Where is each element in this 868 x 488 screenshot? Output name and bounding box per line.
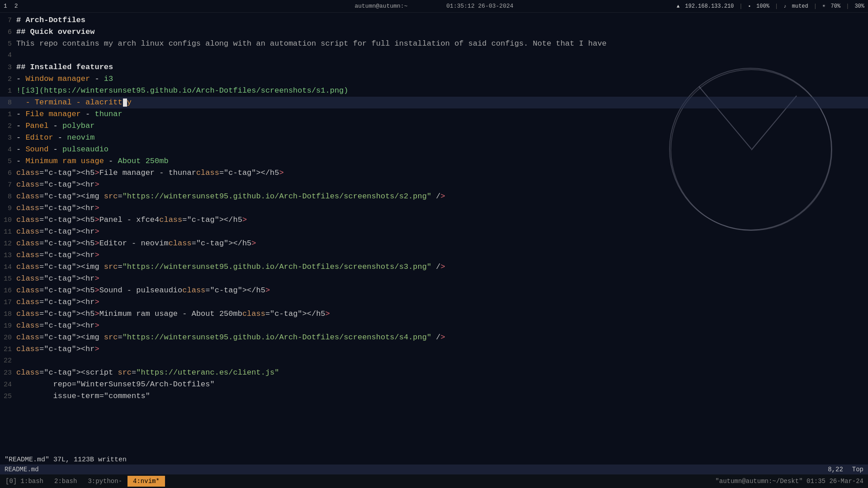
line-content: class="c-tag"><img src="https://wintersu… bbox=[16, 261, 445, 273]
editor-line: 7class="c-tag"><hr> bbox=[0, 179, 868, 191]
topbar-workspaces: 1 2 bbox=[4, 3, 18, 9]
statusbar-filename: README.md bbox=[5, 466, 39, 473]
line-content: class="c-tag"><img src="https://wintersu… bbox=[16, 191, 445, 202]
editor-line: 9class="c-tag"><hr> bbox=[0, 202, 868, 214]
line-number: 13 bbox=[0, 250, 16, 262]
vol-icon bbox=[783, 3, 787, 9]
workspace-1[interactable]: 1 bbox=[4, 3, 7, 9]
line-content: class="c-tag"><hr> bbox=[16, 179, 99, 191]
line-content: class="c-tag"><hr> bbox=[16, 249, 99, 261]
line-content: This repo contains my arch linux configs… bbox=[16, 38, 607, 50]
line-content: - Minimum ram usage - About 250mb bbox=[16, 155, 169, 167]
tmux-right-info: "autumn@autumn:~/Deskt" 01:35 26-Mar-24 bbox=[715, 478, 868, 485]
editor-line: 18class="c-tag"><h5>Minimum ram usage - … bbox=[0, 308, 868, 320]
line-content: repo="WinterSunset95/Arch-Dotfiles" bbox=[16, 379, 215, 390]
line-number: 3 bbox=[0, 132, 16, 144]
line-content: ## Quick overview bbox=[16, 26, 94, 38]
tmux-window-2[interactable]: 3:python- bbox=[82, 476, 127, 487]
line-number: 11 bbox=[0, 226, 16, 238]
editor-line: 11class="c-tag"><hr> bbox=[0, 226, 868, 238]
line-number: 8 bbox=[0, 191, 16, 203]
editor-line: 23class="c-tag"><script src="https://utt… bbox=[0, 367, 868, 379]
line-content: # Arch-Dotfiles bbox=[16, 14, 85, 26]
cursor-block bbox=[123, 99, 127, 107]
line-content: class="c-tag"><img src="https://wintersu… bbox=[16, 332, 445, 343]
line-number: 20 bbox=[0, 332, 16, 344]
workspace-2[interactable]: 2 bbox=[14, 3, 18, 9]
line-number: 7 bbox=[0, 179, 16, 191]
tmux-window-1[interactable]: 2:bash bbox=[49, 476, 82, 487]
line-content: - Sound - pulseaudio bbox=[16, 144, 108, 155]
editor-line: 5- Minimum ram usage - About 250mb bbox=[0, 155, 868, 167]
editor-line: 25 issue-term="comments" bbox=[0, 390, 868, 402]
line-content: class="c-tag"><hr> bbox=[16, 202, 99, 214]
editor-line: 4 bbox=[0, 50, 868, 61]
line-number: 17 bbox=[0, 297, 16, 309]
network-ip: 192.168.133.210 bbox=[685, 3, 734, 9]
topbar-datetime: autumn@autumn:~ 01:35:12 26-03-2024 bbox=[354, 3, 513, 9]
line-number: 5 bbox=[0, 38, 16, 50]
line-number: 14 bbox=[0, 262, 16, 273]
line-number: 21 bbox=[0, 344, 16, 356]
line-content: class="c-tag"><hr> bbox=[16, 343, 99, 355]
line-number: 1 bbox=[0, 85, 16, 97]
volume-status: muted bbox=[792, 3, 808, 9]
line-content: class="c-tag"><hr> bbox=[16, 273, 99, 285]
line-content: ![i3](https://wintersunset95.github.io/A… bbox=[16, 85, 349, 97]
editor-line: 15class="c-tag"><hr> bbox=[0, 273, 868, 285]
line-content: class="c-tag"><h5>Sound - pulseaudioclas… bbox=[16, 285, 270, 296]
tmux-window-0[interactable]: [0] 1:bash bbox=[0, 476, 49, 487]
line-content: ## Installed features bbox=[16, 61, 113, 73]
editor-line: 2- Window manager - i3 bbox=[0, 73, 868, 85]
editor-line: 16class="c-tag"><h5>Sound - pulseaudiocl… bbox=[0, 285, 868, 296]
editor-line: 4- Sound - pulseaudio bbox=[0, 144, 868, 155]
line-number: 5 bbox=[0, 156, 16, 168]
written-message: "README.md" 37L, 1123B written bbox=[0, 455, 868, 465]
topbar: 1 2 autumn@autumn:~ 01:35:12 26-03-2024 … bbox=[0, 0, 868, 13]
line-number: 24 bbox=[0, 379, 16, 391]
editor-line: 2- Panel - polybar bbox=[0, 120, 868, 132]
topbar-right: 192.168.133.210 | 100% | muted | 70% | 3… bbox=[677, 3, 864, 9]
editor-line: 6class="c-tag"><h5>File manager - thunar… bbox=[0, 167, 868, 179]
tmux-bar: [0] 1:bash2:bash3:python-4:nvim*"autumn@… bbox=[0, 474, 868, 488]
editor-line: 1![i3](https://wintersunset95.github.io/… bbox=[0, 85, 868, 97]
line-number: 9 bbox=[0, 203, 16, 215]
editor-line: 12class="c-tag"><h5>Editor - neovimclass… bbox=[0, 238, 868, 249]
line-content: class="c-tag"><h5>Minimum ram usage - Ab… bbox=[16, 308, 330, 320]
line-content: - Editor - neovim bbox=[16, 132, 94, 144]
editor-line: 20class="c-tag"><img src="https://winter… bbox=[0, 332, 868, 343]
wifi-icon bbox=[677, 3, 680, 9]
line-number: 1 bbox=[0, 109, 16, 121]
datetime: 01:35:12 26-03-2024 bbox=[446, 3, 513, 9]
line-number: 23 bbox=[0, 367, 16, 379]
line-number: 19 bbox=[0, 320, 16, 332]
line-content: class="c-tag"><h5>File manager - thunarc… bbox=[16, 167, 284, 179]
line-content: issue-term="comments" bbox=[16, 390, 150, 402]
editor-line: 5This repo contains my arch linux config… bbox=[0, 38, 868, 50]
editor-line: 6## Quick overview bbox=[0, 26, 868, 38]
editor-line: 22 bbox=[0, 355, 868, 367]
line-content: class="c-tag"><h5>Editor - neovimclass="… bbox=[16, 238, 256, 249]
line-number: 2 bbox=[0, 121, 16, 132]
line-number: 6 bbox=[0, 27, 16, 38]
bright-icon bbox=[822, 3, 826, 9]
line-number: 18 bbox=[0, 309, 16, 320]
editor-line: 17class="c-tag"><hr> bbox=[0, 296, 868, 308]
battery-pct: 100% bbox=[756, 3, 769, 9]
editor: 7# Arch-Dotfiles6## Quick overview5This … bbox=[0, 13, 868, 452]
tmux-window-3[interactable]: 4:nvim* bbox=[127, 476, 165, 487]
line-number: 25 bbox=[0, 391, 16, 403]
terminal-title: autumn@autumn:~ bbox=[354, 3, 407, 9]
line-content: class="c-tag"><hr> bbox=[16, 226, 99, 238]
line-number: 3 bbox=[0, 62, 16, 74]
line-number: 7 bbox=[0, 15, 16, 27]
editor-line: 8 - Terminal - alacritty bbox=[0, 97, 868, 108]
editor-line: 3- Editor - neovim bbox=[0, 132, 868, 144]
line-number: 2 bbox=[0, 74, 16, 85]
line-number: 6 bbox=[0, 168, 16, 179]
line-content: class="c-tag"><hr> bbox=[16, 296, 99, 308]
editor-line: 3## Installed features bbox=[0, 61, 868, 73]
bat-icon bbox=[748, 3, 751, 9]
editor-line: 8class="c-tag"><img src="https://winters… bbox=[0, 191, 868, 202]
line-number: 16 bbox=[0, 285, 16, 297]
